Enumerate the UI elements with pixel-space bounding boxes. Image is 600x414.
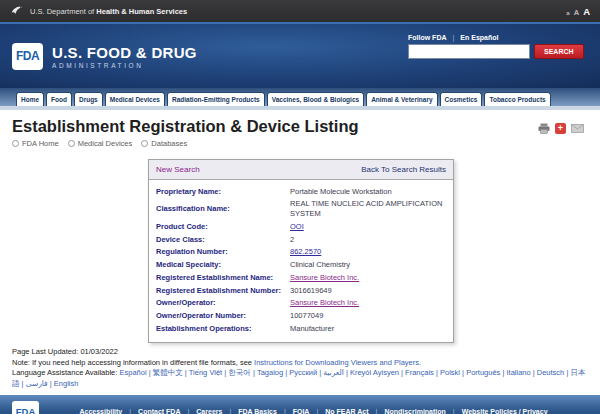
row-value: Clinical Chemistry xyxy=(290,260,350,270)
language-link-[interactable]: فارسی xyxy=(26,379,48,388)
fda-header: FDA U.S. FOOD & DRUG ADMINISTRATION Foll… xyxy=(0,22,600,88)
row-label: Classification Name: xyxy=(156,204,290,213)
hhs-eagle-icon xyxy=(10,4,24,18)
footer-link-separator: | xyxy=(376,408,378,414)
language-link-portugu-s[interactable]: Português xyxy=(466,368,500,377)
fda-logo[interactable]: FDA xyxy=(12,43,43,70)
language-link-[interactable]: 한국어 xyxy=(228,368,251,377)
language-assistance: Language Assistance Available: Español |… xyxy=(12,368,588,389)
row-value-link-ooi[interactable]: OOI xyxy=(290,222,304,232)
table-row-registered-establishment-name: Registered Establishment Name:Sansure Bi… xyxy=(156,271,446,284)
breadcrumb-link-fda-home[interactable]: FDA Home xyxy=(22,139,59,148)
fda-page: U.S. Department of Health & Human Servic… xyxy=(0,0,600,414)
hhs-topbar: U.S. Department of Health & Human Servic… xyxy=(0,0,600,22)
page-last-updated: Page Last Updated: 01/03/2022 xyxy=(12,347,588,358)
main-nav: HomeFoodDrugsMedical DevicesRadiation-Em… xyxy=(0,88,600,110)
nav-tab-medical-devices[interactable]: Medical Devices xyxy=(105,92,165,106)
language-link-polski[interactable]: Polski xyxy=(440,368,460,377)
footer-link-website-policies-privacy[interactable]: Website Policies / Privacy xyxy=(462,408,548,414)
row-label: Proprietary Name: xyxy=(156,187,290,196)
row-value: 2 xyxy=(290,235,294,245)
row-label: Owner/Operator: xyxy=(156,298,290,307)
language-link-espa-ol[interactable]: Español xyxy=(119,368,146,377)
footer-link-separator: | xyxy=(129,408,131,414)
language-assistance-label: Language Assistance Available: xyxy=(12,368,119,377)
email-icon[interactable] xyxy=(571,124,584,133)
nav-tab-radiation-emitting-products[interactable]: Radiation-Emitting Products xyxy=(167,92,265,106)
share-icon[interactable]: + xyxy=(555,123,566,134)
breadcrumb-bullet-icon xyxy=(141,140,148,147)
panel-header: New Search Back To Search Results xyxy=(149,160,453,180)
language-link-tagalog[interactable]: Tagalog xyxy=(257,368,283,377)
back-to-search-results-link[interactable]: Back To Search Results xyxy=(361,165,446,174)
row-value-link-862-2570[interactable]: 862.2570 xyxy=(290,247,321,257)
text-size-small-button[interactable]: a xyxy=(566,10,569,16)
row-value: Manufacturer xyxy=(290,324,334,334)
row-label: Owner/Operator Number: xyxy=(156,311,290,320)
row-label: Medical Specialty: xyxy=(156,260,290,269)
text-size-medium-button[interactable]: A xyxy=(574,8,579,17)
breadcrumb-bullet-icon xyxy=(68,140,75,147)
row-label: Device Class: xyxy=(156,235,290,244)
row-label: Registered Establishment Number: xyxy=(156,286,290,295)
nav-tab-tobacco-products[interactable]: Tobacco Products xyxy=(484,92,550,106)
nav-tab-drugs[interactable]: Drugs xyxy=(74,92,103,106)
language-link-italiano[interactable]: Italiano xyxy=(506,368,530,377)
footer-link-nondiscrimination[interactable]: Nondiscrimination xyxy=(384,408,445,414)
table-row-medical-specialty: Medical Specialty:Clinical Chemistry xyxy=(156,259,446,272)
new-search-link[interactable]: New Search xyxy=(156,165,200,174)
language-link-deutsch[interactable]: Deutsch xyxy=(537,368,565,377)
search-button[interactable]: SEARCH xyxy=(534,44,584,59)
breadcrumb-item: Medical Devices xyxy=(68,139,133,148)
text-size-large-button[interactable]: A xyxy=(583,6,590,17)
footer-link-careers[interactable]: Careers xyxy=(196,408,222,414)
table-row-owner-operator: Owner/Operator:Sansure Biotech Inc. xyxy=(156,297,446,310)
nav-tab-home[interactable]: Home xyxy=(16,92,44,106)
footer-link-foia[interactable]: FOIA xyxy=(293,408,310,414)
table-row-regulation-number: Regulation Number:862.2570 xyxy=(156,246,446,259)
language-link-[interactable]: 繁體中文 xyxy=(153,368,183,377)
table-row-owner-operator-number: Owner/Operator Number:10077049 xyxy=(156,310,446,323)
footer-link-accessibility[interactable]: Accessibility xyxy=(79,408,122,414)
viewers-players-link[interactable]: Instructions for Downloading Viewers and… xyxy=(254,358,421,367)
breadcrumb-link-databases[interactable]: Databases xyxy=(151,139,187,148)
language-link-english[interactable]: English xyxy=(54,379,79,388)
en-espanol-link[interactable]: En Español xyxy=(460,34,498,41)
row-value: 10077049 xyxy=(290,311,323,321)
device-detail-panel: New Search Back To Search Results Propri… xyxy=(148,159,454,343)
hhs-department-label: U.S. Department of Health & Human Servic… xyxy=(30,7,187,16)
footer-link-fda-basics[interactable]: FDA Basics xyxy=(238,408,277,414)
breadcrumb: FDA HomeMedical DevicesDatabases xyxy=(12,139,588,148)
breadcrumb-link-medical-devices[interactable]: Medical Devices xyxy=(78,139,133,148)
nav-tab-vaccines-blood-biologics[interactable]: Vaccines, Blood & Biologics xyxy=(267,92,364,106)
footer-link-separator: | xyxy=(187,408,189,414)
footer-links: Accessibility|Contact FDA|Careers|FDA Ba… xyxy=(39,408,588,414)
footer-link-separator: | xyxy=(229,408,231,414)
text-size-controls: a A A xyxy=(566,6,590,17)
search-input[interactable] xyxy=(408,44,530,59)
row-value-link-sansure-biotech-inc[interactable]: Sansure Biotech Inc. xyxy=(290,298,359,308)
footer-link-contact-fda[interactable]: Contact FDA xyxy=(138,408,180,414)
follow-fda-link[interactable]: Follow FDA xyxy=(408,34,447,41)
row-value-link-sansure-biotech-inc[interactable]: Sansure Biotech Inc. xyxy=(290,273,359,283)
footer-link-no-fear-act[interactable]: No FEAR Act xyxy=(325,408,368,414)
language-link-[interactable]: Русский xyxy=(289,368,317,377)
print-icon[interactable] xyxy=(538,123,550,134)
language-link-fran-ais[interactable]: Français xyxy=(405,368,434,377)
row-label: Regulation Number: xyxy=(156,247,290,256)
footer-link-separator: | xyxy=(316,408,318,414)
nav-tab-food[interactable]: Food xyxy=(46,92,72,106)
table-row-product-code: Product Code:OOI xyxy=(156,220,446,233)
language-link-[interactable]: العربية xyxy=(323,368,344,377)
fda-title-line1: U.S. FOOD & DRUG xyxy=(52,44,197,61)
language-link-ti-ng-vi-t[interactable]: Tiếng Việt xyxy=(189,368,222,377)
footer-fda-logo[interactable]: FDA xyxy=(12,401,39,414)
nav-tab-animal-veterinary[interactable]: Animal & Veterinary xyxy=(366,92,437,106)
breadcrumb-item: FDA Home xyxy=(12,139,59,148)
language-link-krey-l-ayisyen[interactable]: Kreyòl Ayisyen xyxy=(350,368,399,377)
table-row-registered-establishment-number: Registered Establishment Number:30166196… xyxy=(156,284,446,297)
nav-tab-cosmetics[interactable]: Cosmetics xyxy=(440,92,483,106)
page-info: Page Last Updated: 01/03/2022 Note: If y… xyxy=(0,343,600,395)
file-formats-note: Note: If you need help accessing informa… xyxy=(12,358,588,369)
row-label: Registered Establishment Name: xyxy=(156,273,290,282)
